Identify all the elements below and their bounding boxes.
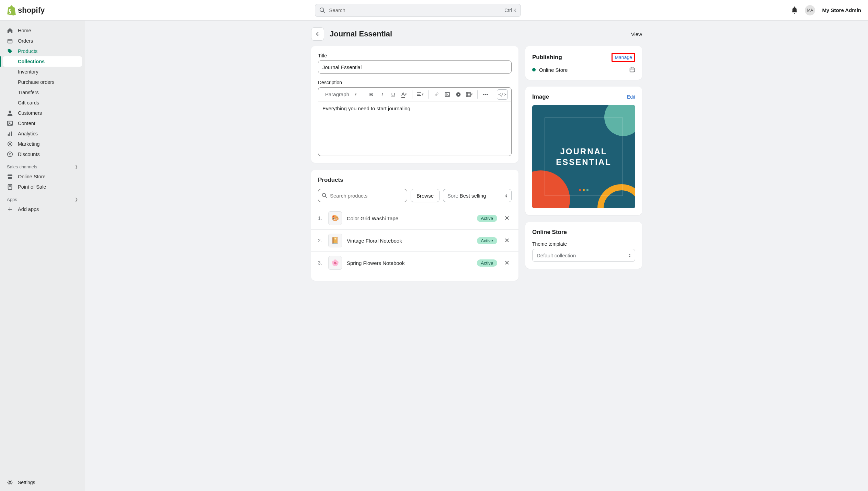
bell-icon[interactable] xyxy=(791,7,798,14)
description-editor[interactable]: Everything you need to start journaling xyxy=(318,101,512,156)
analytics-icon xyxy=(7,131,13,137)
store-icon xyxy=(7,174,13,180)
orders-icon xyxy=(7,38,13,44)
logo[interactable]: shopify xyxy=(7,5,45,15)
pos-icon xyxy=(7,184,13,190)
search-products[interactable] xyxy=(318,189,407,202)
apps-header[interactable]: Apps ❯ xyxy=(0,192,85,204)
back-button[interactable] xyxy=(311,27,324,41)
rte-underline[interactable]: U xyxy=(388,89,398,100)
sidebar-item-discounts[interactable]: Discounts xyxy=(0,149,85,159)
search-products-input[interactable] xyxy=(330,193,403,199)
video-icon xyxy=(456,92,461,97)
collection-image-preview[interactable]: JOURNAL ESSENTIAL xyxy=(532,105,635,208)
sidebar-item-analytics[interactable]: Analytics xyxy=(0,129,85,139)
rte-color[interactable]: A ▾ xyxy=(399,89,409,100)
rte-align[interactable]: ▾ xyxy=(415,89,425,100)
sidebar-channel-pos[interactable]: Point of Sale xyxy=(0,182,85,192)
sidebar-sub-collections[interactable]: Collections xyxy=(3,56,82,67)
sidebar-item-orders[interactable]: Orders xyxy=(0,36,85,46)
chevron-down-icon: ▾ xyxy=(355,92,357,97)
sidebar-item-content[interactable]: Content xyxy=(0,118,85,129)
rte-bold[interactable]: B xyxy=(366,89,376,100)
search-input[interactable] xyxy=(329,7,501,13)
title-label: Title xyxy=(318,53,512,58)
sidebar-sub-gift-cards[interactable]: Gift cards xyxy=(0,98,85,108)
sidebar-item-home[interactable]: Home xyxy=(0,25,85,36)
chevron-right-icon: ❯ xyxy=(75,197,78,202)
rte-toolbar: Paragraph ▾ B I U A ▾ ▾ xyxy=(318,87,512,101)
sidebar-settings[interactable]: Settings xyxy=(7,479,78,486)
topbar: shopify Ctrl K MA My Store Admin xyxy=(0,0,868,21)
status-badge: Active xyxy=(477,215,497,222)
sidebar-sub-inventory[interactable]: Inventory xyxy=(0,67,85,77)
view-button[interactable]: View xyxy=(631,31,642,37)
sidebar-sub-transfers[interactable]: Transfers xyxy=(0,87,85,98)
shopify-bag-icon xyxy=(7,5,16,15)
product-thumbnail: 📔 xyxy=(328,234,342,247)
chevron-right-icon: ❯ xyxy=(75,165,78,169)
rte-italic[interactable]: I xyxy=(377,89,387,100)
page-title: Journal Essential xyxy=(330,30,626,38)
product-name: Spring Flowers Notebook xyxy=(347,260,472,266)
sidebar-item-label: Discounts xyxy=(18,152,40,157)
calendar-schedule-icon[interactable] xyxy=(629,67,635,73)
svg-point-21 xyxy=(322,193,326,197)
svg-point-0 xyxy=(320,8,324,11)
svg-line-22 xyxy=(325,196,327,198)
search-icon xyxy=(319,7,326,13)
gear-icon xyxy=(7,479,13,486)
remove-product-button[interactable]: ✕ xyxy=(502,236,512,245)
avatar[interactable]: MA xyxy=(805,5,815,15)
rte-code-view[interactable]: </> xyxy=(497,89,508,100)
global-search[interactable]: Ctrl K xyxy=(315,4,521,17)
template-select[interactable]: Default collection ▴▾ xyxy=(532,249,635,262)
plus-icon xyxy=(7,206,13,212)
sidebar-item-label: Point of Sale xyxy=(18,184,46,190)
remove-product-button[interactable]: ✕ xyxy=(502,258,512,268)
product-row[interactable]: 2.📔Vintage Floral NotebookActive✕ xyxy=(311,230,518,252)
sidebar-channel-online-store[interactable]: Online Store xyxy=(0,171,85,182)
sidebar-item-marketing[interactable]: Marketing xyxy=(0,139,85,149)
rte-image[interactable] xyxy=(442,89,453,100)
rte-more[interactable]: ••• xyxy=(480,89,491,100)
product-thumbnail: 🌸 xyxy=(328,256,342,270)
online-store-title: Online Store xyxy=(532,229,635,236)
image-card: Image Edit JOURNAL ESSENTIAL xyxy=(525,87,642,215)
product-list: 1.🎨Color Grid Washi TapeActive✕2.📔Vintag… xyxy=(311,207,518,274)
rte-link[interactable] xyxy=(431,89,442,100)
image-icon xyxy=(445,92,450,97)
search-icon xyxy=(322,193,327,198)
sidebar-sub-purchase-orders[interactable]: Purchase orders xyxy=(0,77,85,87)
manage-button[interactable]: Manage xyxy=(612,53,635,62)
sales-channels-header[interactable]: Sales channels ❯ xyxy=(0,159,85,171)
edit-image-button[interactable]: Edit xyxy=(627,94,635,100)
svg-rect-13 xyxy=(8,185,12,189)
remove-product-button[interactable]: ✕ xyxy=(502,213,512,223)
sidebar-add-apps[interactable]: Add apps xyxy=(0,204,85,214)
products-title: Products xyxy=(318,177,512,183)
rte-table[interactable]: ▾ xyxy=(464,89,475,100)
rte-video[interactable] xyxy=(453,89,464,100)
product-number: 2. xyxy=(318,238,323,243)
svg-point-18 xyxy=(446,93,447,94)
align-icon xyxy=(417,92,422,97)
rte-paragraph-select[interactable]: Paragraph ▾ xyxy=(322,89,360,100)
product-name: Color Grid Washi Tape xyxy=(347,215,472,221)
svg-rect-14 xyxy=(9,186,11,187)
store-name[interactable]: My Store Admin xyxy=(822,7,861,13)
products-icon xyxy=(7,48,13,54)
browse-button[interactable]: Browse xyxy=(411,189,439,202)
title-input[interactable] xyxy=(318,60,512,74)
svg-point-15 xyxy=(10,188,10,189)
product-row[interactable]: 1.🎨Color Grid Washi TapeActive✕ xyxy=(311,207,518,230)
sort-select[interactable]: Sort: Best selling ▴▾ xyxy=(443,189,512,202)
sidebar-item-customers[interactable]: Customers xyxy=(0,108,85,118)
svg-point-16 xyxy=(9,481,11,483)
sidebar-item-products[interactable]: Products xyxy=(0,46,85,56)
svg-rect-6 xyxy=(8,134,9,136)
product-row[interactable]: 3.🌸Spring Flowers NotebookActive✕ xyxy=(311,252,518,274)
sidebar-item-label: Home xyxy=(18,28,31,33)
status-badge: Active xyxy=(477,237,497,244)
sidebar-item-label: Online Store xyxy=(18,174,46,179)
